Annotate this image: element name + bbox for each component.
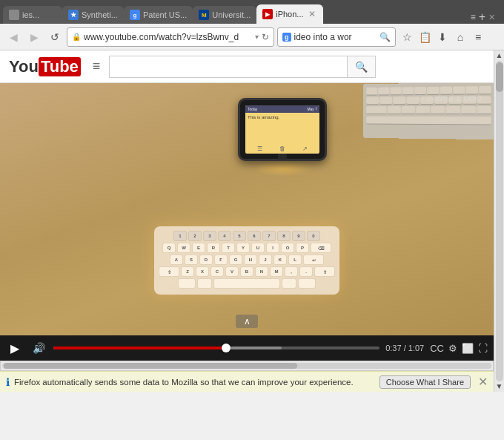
phone-glow <box>253 161 312 176</box>
keyboard-row-2: Q W E R T Y U I O P <box>159 243 335 253</box>
back-button[interactable]: ◀ <box>4 28 22 46</box>
key-g: G <box>229 255 242 265</box>
horizontal-scrollbar[interactable] <box>0 361 494 371</box>
right-scrollbar[interactable]: ▲ ▼ <box>494 50 504 392</box>
key-s: S <box>185 255 198 265</box>
phone-note-text: This is amazing. <box>248 115 317 121</box>
tab-5[interactable]: ▶ iPhon... ✕ <box>256 4 322 24</box>
progress-bar-container[interactable] <box>53 347 379 349</box>
youtube-header: YouTube ≡ 🔍 <box>0 50 494 83</box>
search-engine-icon: g <box>282 33 291 42</box>
scrollbar-thumb[interactable] <box>496 62 503 92</box>
key-return: ↩ <box>303 255 324 265</box>
phone-screen-header: Today May 7 <box>245 105 319 113</box>
keyboard-row-1: 1 2 3 4 5 6 7 8 9 0 <box>159 231 335 241</box>
key-1: 1 <box>173 231 187 241</box>
key-t: T <box>222 243 235 253</box>
keyboard-row-5 <box>159 278 335 289</box>
scrollbar-up-arrow[interactable]: ▲ <box>496 52 503 59</box>
new-tab-icon[interactable]: + <box>479 10 485 24</box>
home-nav-icon[interactable]: ⌂ <box>452 29 468 45</box>
key-a: A <box>170 255 183 265</box>
search-bar[interactable]: g ideo into a wor 🔍 <box>277 27 396 47</box>
key-n: N <box>255 266 268 277</box>
phone-time: May 7 <box>307 107 317 111</box>
forward-button[interactable]: ▶ <box>25 28 43 46</box>
window-controls: ✕ <box>488 13 495 22</box>
miniplayer-icon[interactable]: ⬜ <box>462 343 474 354</box>
yt-menu-icon[interactable]: ≡ <box>93 59 101 74</box>
tab-3[interactable]: g Patent US... <box>124 6 193 24</box>
key-7: 7 <box>262 231 276 241</box>
video-scene: © aatma studio <box>0 83 494 335</box>
choose-what-i-share-button[interactable]: Choose What I Share <box>379 375 471 389</box>
progress-thumb[interactable] <box>222 344 231 352</box>
url-text: www.youtube.com/watch?v=lzsBwnv_d <box>84 32 252 42</box>
reload-icon[interactable]: ↻ <box>262 32 269 42</box>
total-time: 1:07 <box>408 344 424 352</box>
captions-icon[interactable]: CC <box>430 343 444 354</box>
keyboard-row-4: ⇧ Z X C V B N M , . <box>159 266 335 277</box>
search-icon[interactable]: 🔍 <box>379 32 391 42</box>
list-tabs-icon[interactable]: ≡ <box>471 12 476 22</box>
yt-search-bar: 🔍 <box>109 56 376 78</box>
current-time: 0:37 <box>385 344 401 352</box>
tab5-label: iPhon... <box>276 10 303 19</box>
key-k: K <box>273 255 287 265</box>
scroll-track[interactable] <box>2 363 491 369</box>
scroll-thumb[interactable] <box>4 363 297 369</box>
progress-played <box>53 347 226 349</box>
key-5: 5 <box>233 231 246 241</box>
key-m: M <box>270 266 283 277</box>
address-bar[interactable]: 🔒 www.youtube.com/watch?v=lzsBwnv_d ▾ ↻ <box>67 27 274 47</box>
home-button[interactable]: ↺ <box>46 28 64 46</box>
volume-button[interactable]: 🔊 <box>30 339 47 357</box>
yt-search-button[interactable]: 🔍 <box>347 56 376 78</box>
download-icon[interactable]: ⬇ <box>434 29 451 45</box>
tab-actions: ≡ + ✕ <box>465 10 501 24</box>
video-controls: ▶ 🔊 0:37 / <box>0 335 494 361</box>
scrollbar-down-arrow[interactable]: ▼ <box>496 383 503 390</box>
menu-icon[interactable]: ≡ <box>470 29 486 45</box>
key-o: O <box>281 243 294 253</box>
key-shift-l: ⇧ <box>159 266 179 277</box>
key-ctrl-r <box>298 278 316 289</box>
play-button[interactable]: ▶ <box>6 339 24 357</box>
main-content: YouTube ≡ 🔍 © aatma studio <box>0 50 504 392</box>
real-keyboard <box>363 83 494 139</box>
tab1-favicon <box>9 10 19 20</box>
key-6: 6 <box>248 231 261 241</box>
yt-search-input[interactable] <box>109 56 347 78</box>
key-2: 2 <box>188 231 202 241</box>
logo-you: You <box>9 57 39 76</box>
bookmark-star-icon[interactable]: ☆ <box>399 29 415 45</box>
notification-text: Firefox automatically sends some data to… <box>14 378 375 387</box>
key-r: R <box>207 243 220 253</box>
scrollbar-track[interactable] <box>496 61 503 381</box>
key-comma: , <box>285 266 298 277</box>
fullscreen-icon[interactable]: ⛶ <box>478 343 488 354</box>
tab-1[interactable]: ies... <box>3 6 62 24</box>
phone-bottom-icons: ☰ 🗑 ↗ <box>245 145 319 152</box>
tab2-favicon: ★ <box>68 10 79 20</box>
key-z: Z <box>181 266 194 277</box>
settings-icon[interactable]: ⚙ <box>448 343 457 354</box>
chevron-up-button[interactable]: ∧ <box>236 315 258 328</box>
key-backspace: ⌫ <box>311 243 331 253</box>
progress-track[interactable] <box>53 347 379 349</box>
tab5-close-icon[interactable]: ✕ <box>307 9 317 19</box>
notification-close-icon[interactable]: ✕ <box>478 375 488 389</box>
key-ctrl <box>178 278 196 289</box>
tab-4[interactable]: M Universit... <box>193 6 256 24</box>
key-x: X <box>196 266 209 277</box>
key-q: Q <box>162 243 176 253</box>
content-area: YouTube ≡ 🔍 © aatma studio <box>0 50 494 392</box>
nav-icons: ☆ 📋 ⬇ ⌂ ≡ <box>399 29 486 45</box>
logo-tube: Tube <box>39 57 81 76</box>
key-3: 3 <box>203 231 216 241</box>
key-u: U <box>251 243 265 253</box>
url-dropdown-icon[interactable]: ▾ <box>255 33 259 41</box>
tab-2[interactable]: ★ Syntheti... <box>62 6 124 24</box>
reading-mode-icon[interactable]: 📋 <box>417 29 433 45</box>
phone-screen-content: This is amazing. <box>245 113 319 123</box>
